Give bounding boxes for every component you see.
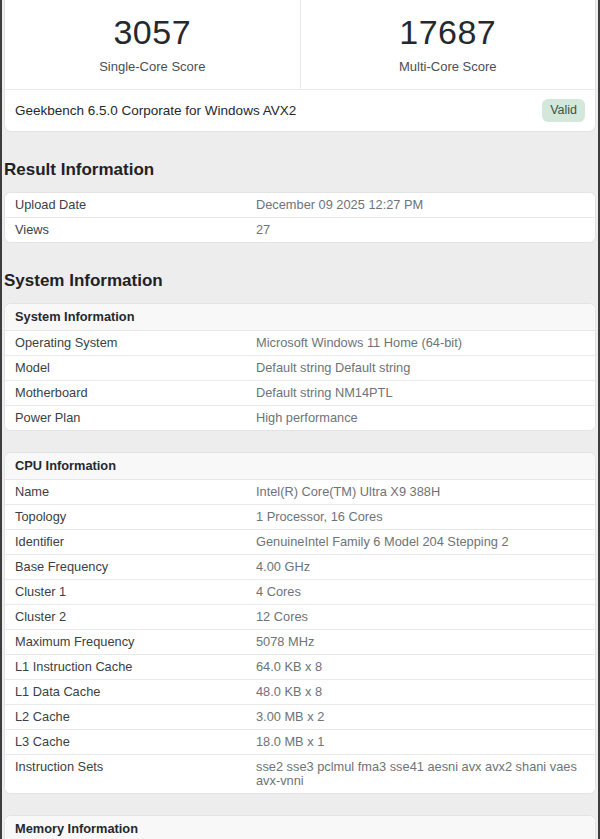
row-label: L3 Cache	[15, 735, 256, 749]
single-core-score-label: Single-Core Score	[99, 59, 205, 74]
cpu-information-card: CPU Information Name Intel(R) Core(TM) U…	[4, 452, 596, 794]
table-row: Views 27	[5, 217, 595, 242]
table-row: Motherboard Default string NM14PTL	[5, 380, 595, 405]
table-row: Instruction Sets sse2 sse3 pclmul fma3 s…	[5, 754, 595, 793]
valid-badge: Valid	[542, 99, 585, 122]
cpu-information-card-title: CPU Information	[5, 453, 595, 480]
table-row: Topology 1 Processor, 16 Cores	[5, 504, 595, 529]
result-information-card: Upload Date December 09 2025 12:27 PM Vi…	[4, 192, 596, 243]
row-value: December 09 2025 12:27 PM	[256, 198, 585, 212]
memory-information-card-title: Memory Information	[5, 816, 595, 839]
single-core-score-value: 3057	[113, 15, 191, 49]
row-value: Default string Default string	[256, 361, 585, 375]
row-label: Cluster 2	[15, 610, 256, 624]
result-information-heading: Result Information	[4, 160, 596, 180]
row-value: 5078 MHz	[256, 635, 585, 649]
geekbench-result-page: 3057 Single-Core Score 17687 Multi-Core …	[4, 0, 596, 839]
system-information-card-title: System Information	[5, 304, 595, 331]
row-value: 48.0 KB x 8	[256, 685, 585, 699]
table-row: L3 Cache 18.0 MB x 1	[5, 729, 595, 754]
memory-information-card: Memory Information Size 63.50 GB	[4, 815, 596, 839]
table-row: Maximum Frequency 5078 MHz	[5, 629, 595, 654]
row-label: Motherboard	[15, 386, 256, 400]
multi-core-score-value: 17687	[399, 15, 496, 49]
system-information-card: System Information Operating System Micr…	[4, 303, 596, 431]
row-value: 4.00 GHz	[256, 560, 585, 574]
score-panels: 3057 Single-Core Score 17687 Multi-Core …	[5, 0, 595, 89]
table-row: Cluster 2 12 Cores	[5, 604, 595, 629]
row-value: High performance	[256, 411, 585, 425]
row-label: Upload Date	[15, 198, 256, 212]
row-label: Name	[15, 485, 256, 499]
row-value: 3.00 MB x 2	[256, 710, 585, 724]
table-row: Model Default string Default string	[5, 355, 595, 380]
row-value: Microsoft Windows 11 Home (64-bit)	[256, 336, 585, 350]
row-label: Maximum Frequency	[15, 635, 256, 649]
row-label: L1 Data Cache	[15, 685, 256, 699]
table-row: L1 Data Cache 48.0 KB x 8	[5, 679, 595, 704]
row-label: Cluster 1	[15, 585, 256, 599]
system-information-heading: System Information	[4, 271, 596, 291]
row-label: Views	[15, 223, 256, 237]
row-label: Instruction Sets	[15, 760, 256, 788]
multi-core-score-panel: 17687 Multi-Core Score	[300, 0, 596, 89]
row-value: 27	[256, 223, 585, 237]
multi-core-score-label: Multi-Core Score	[399, 59, 497, 74]
row-value: sse2 sse3 pclmul fma3 sse41 aesni avx av…	[256, 760, 585, 788]
window-edge-left	[0, 0, 2, 839]
row-label: Identifier	[15, 535, 256, 549]
row-value: Intel(R) Core(TM) Ultra X9 388H	[256, 485, 585, 499]
table-row: Identifier GenuineIntel Family 6 Model 2…	[5, 529, 595, 554]
row-value: 4 Cores	[256, 585, 585, 599]
table-row: Upload Date December 09 2025 12:27 PM	[5, 193, 595, 217]
table-row: Power Plan High performance	[5, 405, 595, 430]
row-value: Default string NM14PTL	[256, 386, 585, 400]
table-row: L1 Instruction Cache 64.0 KB x 8	[5, 654, 595, 679]
row-label: Base Frequency	[15, 560, 256, 574]
score-card: 3057 Single-Core Score 17687 Multi-Core …	[4, 0, 596, 132]
table-row: L2 Cache 3.00 MB x 2	[5, 704, 595, 729]
row-value: 12 Cores	[256, 610, 585, 624]
table-row: Name Intel(R) Core(TM) Ultra X9 388H	[5, 480, 595, 504]
row-label: L2 Cache	[15, 710, 256, 724]
row-value: 18.0 MB x 1	[256, 735, 585, 749]
row-value: 64.0 KB x 8	[256, 660, 585, 674]
single-core-score-panel: 3057 Single-Core Score	[5, 0, 300, 89]
table-row: Base Frequency 4.00 GHz	[5, 554, 595, 579]
benchmark-version-row: Geekbench 6.5.0 Corporate for Windows AV…	[5, 89, 595, 131]
table-row: Operating System Microsoft Windows 11 Ho…	[5, 331, 595, 355]
row-label: Model	[15, 361, 256, 375]
row-label: Topology	[15, 510, 256, 524]
row-value: GenuineIntel Family 6 Model 204 Stepping…	[256, 535, 585, 549]
table-row: Cluster 1 4 Cores	[5, 579, 595, 604]
row-label: Operating System	[15, 336, 256, 350]
row-value: 1 Processor, 16 Cores	[256, 510, 585, 524]
row-label: L1 Instruction Cache	[15, 660, 256, 674]
benchmark-name: Geekbench 6.5.0 Corporate for Windows AV…	[15, 103, 296, 118]
row-label: Power Plan	[15, 411, 256, 425]
